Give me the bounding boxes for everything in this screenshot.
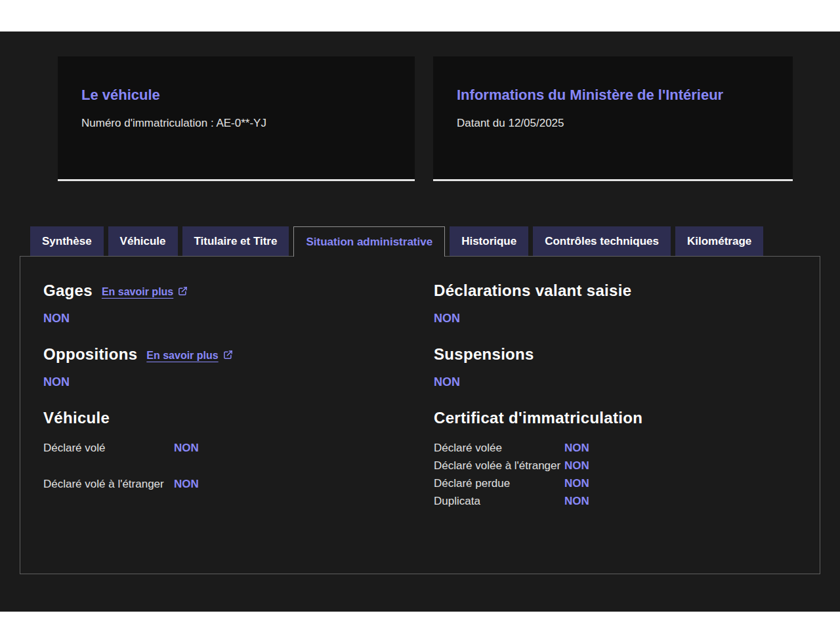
- status-row: Déclaré volé NON: [43, 439, 414, 457]
- tab-bar: Synthèse Véhicule Titulaire et Titre Sit…: [30, 226, 763, 256]
- tab-controles-techniques[interactable]: Contrôles techniques: [533, 226, 671, 256]
- suspensions-value: NON: [434, 375, 805, 389]
- saisie-value: NON: [434, 312, 805, 326]
- vehicle-card-subtitle: Numéro d'immatriculation : AE-0**-YJ: [81, 117, 395, 130]
- tab-historique[interactable]: Historique: [450, 226, 528, 256]
- tab-situation-administrative[interactable]: Situation administrative: [293, 226, 445, 257]
- vehicule-section-title: Véhicule: [43, 409, 110, 427]
- ministry-card-title: Informations du Ministère de l'Intérieur: [457, 87, 773, 104]
- main-dark-area: Le véhicule Numéro d'immatriculation : A…: [0, 32, 840, 612]
- status-row: Déclaré volée à l'étranger NON: [434, 457, 805, 474]
- gages-section: Gages En savoir plus NON: [43, 282, 414, 326]
- vehicule-section: Véhicule Déclaré volé NON Déclaré volé à…: [43, 409, 414, 493]
- status-label: Déclaré volé: [43, 439, 174, 457]
- vehicle-card: Le véhicule Numéro d'immatriculation : A…: [58, 56, 415, 181]
- oppositions-learn-more-label: En savoir plus: [146, 350, 218, 362]
- gages-value: NON: [43, 312, 414, 326]
- oppositions-value: NON: [43, 375, 414, 389]
- tab-titulaire-et-titre[interactable]: Titulaire et Titre: [182, 226, 289, 256]
- panel-left-column: Gages En savoir plus NON: [43, 282, 414, 511]
- gages-learn-more-label: En savoir plus: [102, 286, 173, 298]
- tab-synthese[interactable]: Synthèse: [30, 226, 104, 256]
- gages-learn-more-link[interactable]: En savoir plus: [102, 286, 188, 299]
- gages-title: Gages: [43, 282, 93, 300]
- external-link-icon: [178, 286, 188, 299]
- vehicle-card-title: Le véhicule: [81, 87, 395, 104]
- status-label: Déclaré volée: [434, 439, 564, 457]
- status-row: Déclaré volé à l'étranger NON: [43, 475, 414, 493]
- top-white-bar: [0, 0, 840, 32]
- status-value: NON: [174, 475, 199, 493]
- oppositions-title: Oppositions: [43, 345, 137, 364]
- saisie-title: Déclarations valant saisie: [434, 282, 631, 300]
- certificat-section: Certificat d'immatriculation Déclaré vol…: [434, 409, 805, 510]
- status-row: Déclaré perdue NON: [434, 474, 805, 492]
- saisie-section: Déclarations valant saisie NON: [434, 282, 805, 326]
- status-label: Déclaré volée à l'étranger: [434, 457, 564, 474]
- oppositions-learn-more-link[interactable]: En savoir plus: [146, 350, 232, 362]
- tab-kilometrage[interactable]: Kilométrage: [675, 226, 763, 256]
- external-link-icon: [223, 350, 233, 362]
- status-value: NON: [564, 439, 589, 457]
- suspensions-title: Suspensions: [434, 345, 534, 364]
- status-value: NON: [174, 439, 199, 457]
- bottom-white-bar: [0, 612, 840, 630]
- status-value: NON: [564, 492, 589, 510]
- oppositions-section: Oppositions En savoir plus NON: [43, 345, 414, 389]
- status-label: Déclaré perdue: [434, 474, 564, 492]
- status-row: Déclaré volée NON: [434, 439, 805, 457]
- panel-right-column: Déclarations valant saisie NON Suspensio…: [434, 282, 805, 510]
- situation-administrative-panel: Gages En savoir plus NON: [20, 256, 820, 574]
- ministry-card-subtitle: Datant du 12/05/2025: [457, 117, 773, 130]
- status-label: Déclaré volé à l'étranger: [43, 475, 174, 493]
- tab-vehicule[interactable]: Véhicule: [108, 226, 178, 256]
- status-value: NON: [564, 474, 589, 492]
- status-row: Duplicata NON: [434, 492, 805, 510]
- ministry-card: Informations du Ministère de l'Intérieur…: [433, 56, 793, 181]
- status-label: Duplicata: [434, 492, 564, 510]
- suspensions-section: Suspensions NON: [434, 345, 805, 389]
- status-value: NON: [564, 457, 589, 474]
- certificat-title: Certificat d'immatriculation: [434, 409, 642, 427]
